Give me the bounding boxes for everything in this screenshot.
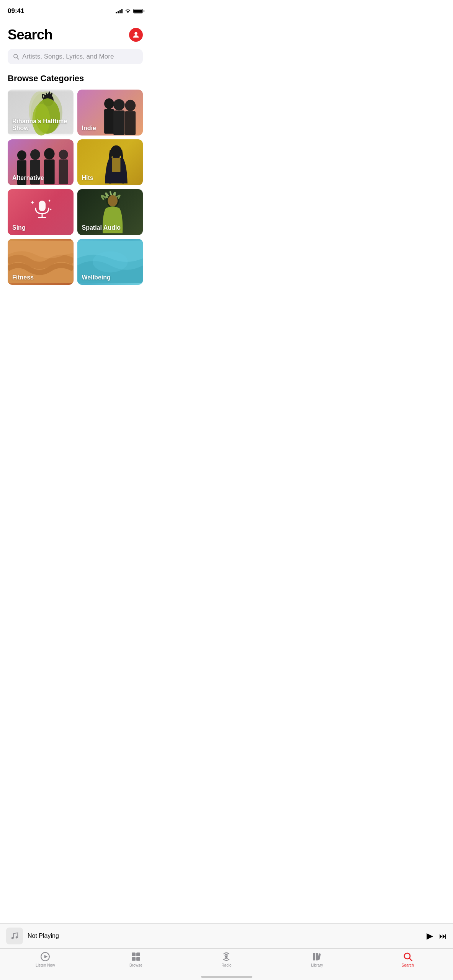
category-indie[interactable]: Indie (77, 90, 143, 136)
search-icon (13, 54, 19, 60)
svg-point-17 (17, 150, 26, 160)
category-fitness-label: Fitness (12, 274, 34, 281)
category-sing[interactable]: ✦ ✦ ✦ Sing (8, 189, 74, 235)
svg-point-11 (104, 98, 114, 109)
category-alternative-label: Alternative (12, 175, 44, 181)
wifi-icon (125, 9, 131, 13)
svg-rect-24 (59, 160, 68, 185)
category-fitness[interactable]: Fitness (8, 239, 74, 285)
svg-rect-14 (113, 110, 125, 135)
status-time: 09:41 (8, 7, 24, 15)
person-icon (132, 31, 140, 39)
svg-rect-27 (39, 201, 46, 211)
category-spatial[interactable]: Spatial Audio (77, 189, 143, 235)
svg-point-19 (30, 149, 40, 160)
svg-rect-22 (44, 160, 55, 185)
sing-icon-wrap: ✦ ✦ ✦ (27, 196, 54, 223)
user-avatar[interactable] (129, 28, 143, 42)
svg-point-13 (113, 99, 125, 111)
page-title: Search (8, 27, 52, 43)
category-alternative[interactable]: Alternative (8, 139, 74, 185)
category-rihanna-label: Rihanna's Halftime Show (12, 118, 74, 132)
svg-rect-16 (125, 111, 136, 135)
search-bar[interactable]: Artists, Songs, Lyrics, and More (8, 49, 143, 64)
svg-point-37 (92, 251, 128, 272)
status-icons (116, 9, 143, 13)
category-hits[interactable]: Hits (77, 139, 143, 185)
svg-point-15 (125, 100, 136, 111)
svg-text:✦: ✦ (49, 208, 52, 211)
category-wellbeing-label: Wellbeing (82, 274, 111, 281)
status-bar: 09:41 (0, 0, 150, 19)
categories-grid: Rihanna's Halftime Show Indie (0, 90, 150, 285)
category-indie-label: Indie (82, 125, 96, 132)
svg-text:✦: ✦ (30, 199, 35, 206)
browse-title: Browse Categories (0, 74, 150, 90)
page-header: Search (0, 19, 150, 49)
browse-section: Browse Categories (0, 74, 150, 285)
svg-point-0 (134, 32, 137, 35)
category-rihanna[interactable]: Rihanna's Halftime Show (8, 90, 74, 136)
svg-rect-12 (104, 109, 114, 134)
category-spatial-label: Spatial Audio (82, 224, 121, 231)
category-wellbeing[interactable]: Wellbeing (77, 239, 143, 285)
search-placeholder: Artists, Songs, Lyrics, and More (22, 53, 114, 60)
svg-rect-26 (112, 158, 120, 172)
signal-icon (116, 9, 123, 13)
svg-point-23 (59, 150, 68, 160)
svg-line-2 (17, 57, 18, 59)
category-sing-label: Sing (12, 224, 26, 231)
svg-text:✦: ✦ (48, 199, 51, 203)
svg-point-34 (108, 195, 118, 207)
category-hits-label: Hits (82, 175, 93, 181)
battery-icon (133, 9, 143, 13)
svg-point-21 (44, 148, 55, 160)
